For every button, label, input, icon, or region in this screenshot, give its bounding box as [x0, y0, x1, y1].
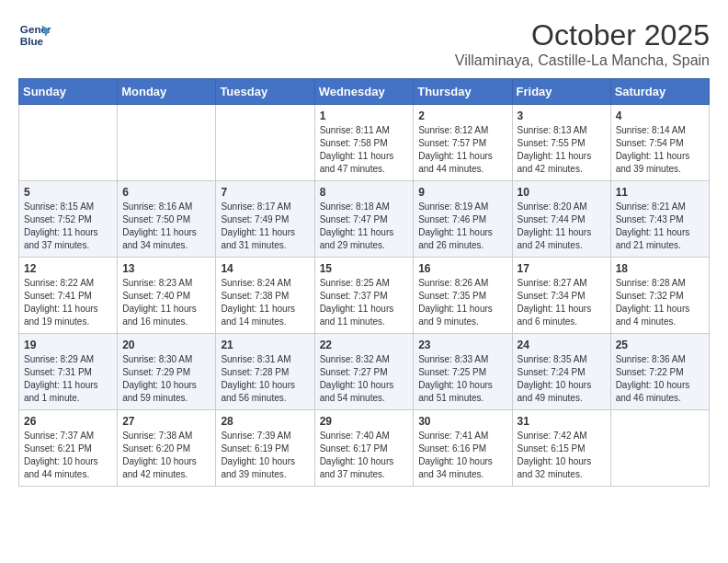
- logo: General Blue: [18, 18, 51, 52]
- calendar-cell: 28Sunrise: 7:39 AM Sunset: 6:19 PM Dayli…: [216, 410, 314, 487]
- day-info: Sunrise: 8:20 AM Sunset: 7:44 PM Dayligh…: [518, 201, 606, 252]
- day-number: 10: [518, 186, 606, 199]
- day-info: Sunrise: 7:37 AM Sunset: 6:21 PM Dayligh…: [24, 430, 112, 481]
- day-number: 26: [24, 415, 112, 428]
- day-info: Sunrise: 8:31 AM Sunset: 7:28 PM Dayligh…: [221, 353, 309, 405]
- weekday-header-row: SundayMondayTuesdayWednesdayThursdayFrid…: [19, 79, 710, 105]
- day-info: Sunrise: 7:40 AM Sunset: 6:17 PM Dayligh…: [320, 430, 409, 481]
- calendar-cell: 13Sunrise: 8:23 AM Sunset: 7:40 PM Dayli…: [118, 258, 216, 334]
- day-number: 20: [122, 339, 210, 351]
- day-info: Sunrise: 8:27 AM Sunset: 7:34 PM Dayligh…: [518, 277, 606, 328]
- day-info: Sunrise: 7:41 AM Sunset: 6:16 PM Dayligh…: [418, 430, 506, 481]
- day-info: Sunrise: 8:15 AM Sunset: 7:52 PM Dayligh…: [24, 201, 112, 252]
- day-number: 25: [616, 339, 704, 351]
- day-number: 19: [24, 339, 112, 351]
- day-number: 22: [320, 339, 409, 351]
- weekday-header-wednesday: Wednesday: [314, 79, 414, 105]
- day-number: 18: [616, 262, 704, 275]
- day-number: 8: [320, 186, 409, 199]
- day-info: Sunrise: 8:23 AM Sunset: 7:40 PM Dayligh…: [122, 277, 210, 328]
- day-info: Sunrise: 8:35 AM Sunset: 7:24 PM Dayligh…: [518, 353, 606, 405]
- day-info: Sunrise: 8:19 AM Sunset: 7:46 PM Dayligh…: [418, 201, 506, 252]
- weekday-header-monday: Monday: [118, 79, 216, 105]
- calendar-cell: 15Sunrise: 8:25 AM Sunset: 7:37 PM Dayli…: [314, 258, 414, 334]
- calendar-cell: 17Sunrise: 8:27 AM Sunset: 7:34 PM Dayli…: [512, 258, 610, 334]
- day-info: Sunrise: 8:12 AM Sunset: 7:57 PM Dayligh…: [418, 124, 506, 176]
- day-number: 31: [518, 415, 606, 428]
- day-number: 28: [221, 415, 309, 428]
- day-number: 29: [320, 415, 409, 428]
- day-info: Sunrise: 8:16 AM Sunset: 7:50 PM Dayligh…: [122, 201, 210, 252]
- calendar-cell: 12Sunrise: 8:22 AM Sunset: 7:41 PM Dayli…: [19, 258, 118, 334]
- day-info: Sunrise: 8:26 AM Sunset: 7:35 PM Dayligh…: [418, 277, 506, 328]
- day-number: 13: [122, 262, 210, 275]
- title-block: October 2025 Villaminaya, Castille-La Ma…: [455, 18, 710, 69]
- day-info: Sunrise: 8:11 AM Sunset: 7:58 PM Dayligh…: [320, 124, 409, 176]
- day-number: 24: [518, 339, 606, 351]
- day-info: Sunrise: 8:21 AM Sunset: 7:43 PM Dayligh…: [616, 201, 704, 252]
- day-number: 2: [418, 109, 506, 122]
- weekday-header-friday: Friday: [512, 79, 610, 105]
- day-number: 5: [24, 186, 112, 199]
- day-info: Sunrise: 8:22 AM Sunset: 7:41 PM Dayligh…: [24, 277, 112, 328]
- week-row-2: 5Sunrise: 8:15 AM Sunset: 7:52 PM Daylig…: [19, 181, 710, 258]
- day-info: Sunrise: 8:24 AM Sunset: 7:38 PM Dayligh…: [221, 277, 309, 328]
- calendar-cell: 10Sunrise: 8:20 AM Sunset: 7:44 PM Dayli…: [512, 181, 610, 258]
- calendar-cell: [118, 105, 216, 181]
- day-number: 12: [24, 262, 112, 275]
- calendar-cell: 20Sunrise: 8:30 AM Sunset: 7:29 PM Dayli…: [118, 334, 216, 410]
- calendar-cell: 4Sunrise: 8:14 AM Sunset: 7:54 PM Daylig…: [610, 105, 709, 181]
- day-number: 17: [518, 262, 606, 275]
- day-info: Sunrise: 8:25 AM Sunset: 7:37 PM Dayligh…: [320, 277, 409, 328]
- calendar-cell: [19, 105, 118, 181]
- calendar-table: SundayMondayTuesdayWednesdayThursdayFrid…: [18, 78, 710, 487]
- calendar-cell: 25Sunrise: 8:36 AM Sunset: 7:22 PM Dayli…: [610, 334, 709, 410]
- calendar-cell: 29Sunrise: 7:40 AM Sunset: 6:17 PM Dayli…: [314, 410, 414, 487]
- day-info: Sunrise: 8:32 AM Sunset: 7:27 PM Dayligh…: [320, 353, 409, 405]
- day-number: 6: [122, 186, 210, 199]
- calendar-cell: 22Sunrise: 8:32 AM Sunset: 7:27 PM Dayli…: [314, 334, 414, 410]
- calendar-cell: [610, 410, 709, 487]
- week-row-3: 12Sunrise: 8:22 AM Sunset: 7:41 PM Dayli…: [19, 258, 710, 334]
- day-info: Sunrise: 8:17 AM Sunset: 7:49 PM Dayligh…: [221, 201, 309, 252]
- calendar-cell: 8Sunrise: 8:18 AM Sunset: 7:47 PM Daylig…: [314, 181, 414, 258]
- calendar-cell: 24Sunrise: 8:35 AM Sunset: 7:24 PM Dayli…: [512, 334, 610, 410]
- day-number: 21: [221, 339, 309, 351]
- calendar-cell: 23Sunrise: 8:33 AM Sunset: 7:25 PM Dayli…: [414, 334, 512, 410]
- svg-text:Blue: Blue: [20, 35, 44, 47]
- weekday-header-thursday: Thursday: [414, 79, 512, 105]
- location: Villaminaya, Castille-La Mancha, Spain: [455, 52, 710, 69]
- calendar-cell: 19Sunrise: 8:29 AM Sunset: 7:31 PM Dayli…: [19, 334, 118, 410]
- day-info: Sunrise: 8:33 AM Sunset: 7:25 PM Dayligh…: [418, 353, 506, 405]
- calendar-cell: 21Sunrise: 8:31 AM Sunset: 7:28 PM Dayli…: [216, 334, 314, 410]
- day-number: 9: [418, 186, 506, 199]
- calendar-cell: 16Sunrise: 8:26 AM Sunset: 7:35 PM Dayli…: [414, 258, 512, 334]
- calendar-cell: 26Sunrise: 7:37 AM Sunset: 6:21 PM Dayli…: [19, 410, 118, 487]
- calendar-cell: 1Sunrise: 8:11 AM Sunset: 7:58 PM Daylig…: [314, 105, 414, 181]
- day-number: 15: [320, 262, 409, 275]
- day-number: 16: [418, 262, 506, 275]
- day-info: Sunrise: 8:28 AM Sunset: 7:32 PM Dayligh…: [616, 277, 704, 328]
- day-number: 14: [221, 262, 309, 275]
- calendar-cell: 6Sunrise: 8:16 AM Sunset: 7:50 PM Daylig…: [118, 181, 216, 258]
- weekday-header-tuesday: Tuesday: [216, 79, 314, 105]
- calendar-cell: 30Sunrise: 7:41 AM Sunset: 6:16 PM Dayli…: [414, 410, 512, 487]
- calendar-cell: 31Sunrise: 7:42 AM Sunset: 6:15 PM Dayli…: [512, 410, 610, 487]
- day-number: 4: [616, 109, 704, 122]
- calendar-cell: 27Sunrise: 7:38 AM Sunset: 6:20 PM Dayli…: [118, 410, 216, 487]
- calendar-cell: 3Sunrise: 8:13 AM Sunset: 7:55 PM Daylig…: [512, 105, 610, 181]
- weekday-header-saturday: Saturday: [610, 79, 709, 105]
- calendar-cell: 7Sunrise: 8:17 AM Sunset: 7:49 PM Daylig…: [216, 181, 314, 258]
- day-number: 30: [418, 415, 506, 428]
- month-title: October 2025: [455, 18, 710, 52]
- calendar-cell: 18Sunrise: 8:28 AM Sunset: 7:32 PM Dayli…: [610, 258, 709, 334]
- calendar-cell: 9Sunrise: 8:19 AM Sunset: 7:46 PM Daylig…: [414, 181, 512, 258]
- week-row-1: 1Sunrise: 8:11 AM Sunset: 7:58 PM Daylig…: [19, 105, 710, 181]
- day-number: 7: [221, 186, 309, 199]
- week-row-4: 19Sunrise: 8:29 AM Sunset: 7:31 PM Dayli…: [19, 334, 710, 410]
- day-info: Sunrise: 8:29 AM Sunset: 7:31 PM Dayligh…: [24, 353, 112, 405]
- day-info: Sunrise: 7:42 AM Sunset: 6:15 PM Dayligh…: [518, 430, 606, 481]
- calendar-cell: 11Sunrise: 8:21 AM Sunset: 7:43 PM Dayli…: [610, 181, 709, 258]
- day-info: Sunrise: 8:18 AM Sunset: 7:47 PM Dayligh…: [320, 201, 409, 252]
- day-number: 23: [418, 339, 506, 351]
